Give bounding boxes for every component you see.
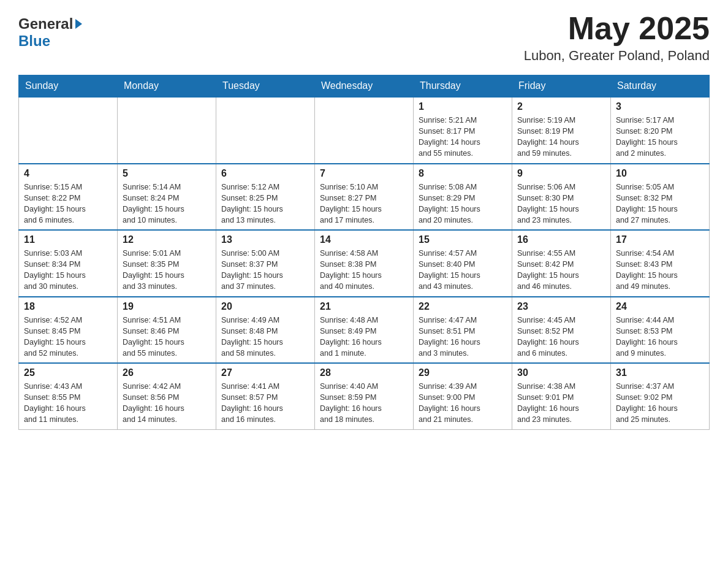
day-info: Sunrise: 4:52 AM Sunset: 8:45 PM Dayligh… — [24, 315, 112, 359]
col-tuesday: Tuesday — [216, 75, 315, 98]
logo-general-text: General — [18, 15, 73, 33]
day-info: Sunrise: 4:41 AM Sunset: 8:57 PM Dayligh… — [221, 381, 309, 426]
day-info: Sunrise: 5:05 AM Sunset: 8:32 PM Dayligh… — [616, 182, 704, 226]
day-info: Sunrise: 5:00 AM Sunset: 8:37 PM Dayligh… — [221, 248, 309, 293]
day-info: Sunrise: 5:17 AM Sunset: 8:20 PM Dayligh… — [616, 115, 704, 159]
table-row: 20Sunrise: 4:49 AM Sunset: 8:48 PM Dayli… — [216, 297, 315, 364]
day-number: 29 — [419, 367, 507, 378]
table-row: 2Sunrise: 5:19 AM Sunset: 8:19 PM Daylig… — [512, 97, 611, 164]
calendar-table: Sunday Monday Tuesday Wednesday Thursday… — [18, 75, 710, 430]
week-row-1: 1Sunrise: 5:21 AM Sunset: 8:17 PM Daylig… — [19, 97, 710, 164]
day-info: Sunrise: 4:48 AM Sunset: 8:49 PM Dayligh… — [320, 315, 408, 359]
day-info: Sunrise: 5:03 AM Sunset: 8:34 PM Dayligh… — [24, 248, 112, 293]
day-number: 12 — [123, 234, 211, 245]
day-number: 1 — [419, 101, 507, 112]
day-number: 20 — [221, 301, 309, 312]
day-number: 5 — [123, 168, 211, 179]
table-row: 4Sunrise: 5:15 AM Sunset: 8:22 PM Daylig… — [19, 164, 118, 231]
table-row: 15Sunrise: 4:57 AM Sunset: 8:40 PM Dayli… — [414, 230, 512, 297]
col-monday: Monday — [118, 75, 216, 98]
logo: General Blue — [18, 12, 82, 50]
day-info: Sunrise: 5:12 AM Sunset: 8:25 PM Dayligh… — [221, 182, 309, 226]
table-row: 25Sunrise: 4:43 AM Sunset: 8:55 PM Dayli… — [19, 363, 118, 429]
table-row: 11Sunrise: 5:03 AM Sunset: 8:34 PM Dayli… — [19, 230, 118, 297]
table-row: 5Sunrise: 5:14 AM Sunset: 8:24 PM Daylig… — [118, 164, 216, 231]
table-row: 6Sunrise: 5:12 AM Sunset: 8:25 PM Daylig… — [216, 164, 315, 231]
day-number: 23 — [517, 301, 605, 312]
day-info: Sunrise: 4:45 AM Sunset: 8:52 PM Dayligh… — [517, 315, 605, 359]
day-number: 2 — [517, 101, 605, 112]
day-number: 8 — [419, 168, 507, 179]
logo-blue-text: Blue — [18, 33, 50, 50]
day-info: Sunrise: 4:55 AM Sunset: 8:42 PM Dayligh… — [517, 248, 605, 293]
week-row-3: 11Sunrise: 5:03 AM Sunset: 8:34 PM Dayli… — [19, 230, 710, 297]
day-number: 3 — [616, 101, 704, 112]
day-number: 10 — [616, 168, 704, 179]
day-info: Sunrise: 5:06 AM Sunset: 8:30 PM Dayligh… — [517, 182, 605, 226]
table-row: 21Sunrise: 4:48 AM Sunset: 8:49 PM Dayli… — [315, 297, 414, 364]
logo-arrow-icon — [75, 19, 82, 29]
day-number: 19 — [123, 301, 211, 312]
day-number: 26 — [123, 367, 211, 378]
table-row — [118, 97, 216, 164]
table-row: 22Sunrise: 4:47 AM Sunset: 8:51 PM Dayli… — [414, 297, 512, 364]
day-number: 27 — [221, 367, 309, 378]
table-row — [19, 97, 118, 164]
day-info: Sunrise: 4:39 AM Sunset: 9:00 PM Dayligh… — [419, 381, 507, 426]
table-row: 26Sunrise: 4:42 AM Sunset: 8:56 PM Dayli… — [118, 363, 216, 429]
col-wednesday: Wednesday — [315, 75, 414, 98]
day-info: Sunrise: 5:10 AM Sunset: 8:27 PM Dayligh… — [320, 182, 408, 226]
table-row: 28Sunrise: 4:40 AM Sunset: 8:59 PM Dayli… — [315, 363, 414, 429]
table-row: 18Sunrise: 4:52 AM Sunset: 8:45 PM Dayli… — [19, 297, 118, 364]
day-number: 9 — [517, 168, 605, 179]
day-number: 11 — [24, 234, 112, 245]
day-number: 6 — [221, 168, 309, 179]
table-row: 19Sunrise: 4:51 AM Sunset: 8:46 PM Dayli… — [118, 297, 216, 364]
day-number: 24 — [616, 301, 704, 312]
table-row: 12Sunrise: 5:01 AM Sunset: 8:35 PM Dayli… — [118, 230, 216, 297]
col-thursday: Thursday — [414, 75, 512, 98]
table-row: 31Sunrise: 4:37 AM Sunset: 9:02 PM Dayli… — [611, 363, 710, 429]
day-info: Sunrise: 4:37 AM Sunset: 9:02 PM Dayligh… — [616, 381, 704, 426]
col-friday: Friday — [512, 75, 611, 98]
table-row: 1Sunrise: 5:21 AM Sunset: 8:17 PM Daylig… — [414, 97, 512, 164]
location-subtitle: Lubon, Greater Poland, Poland — [524, 48, 710, 64]
day-number: 22 — [419, 301, 507, 312]
col-saturday: Saturday — [611, 75, 710, 98]
day-number: 16 — [517, 234, 605, 245]
day-info: Sunrise: 5:21 AM Sunset: 8:17 PM Dayligh… — [419, 115, 507, 159]
table-row — [315, 97, 414, 164]
day-info: Sunrise: 4:57 AM Sunset: 8:40 PM Dayligh… — [419, 248, 507, 293]
day-info: Sunrise: 4:42 AM Sunset: 8:56 PM Dayligh… — [123, 381, 211, 426]
day-number: 18 — [24, 301, 112, 312]
week-row-4: 18Sunrise: 4:52 AM Sunset: 8:45 PM Dayli… — [19, 297, 710, 364]
day-number: 4 — [24, 168, 112, 179]
header-row: Sunday Monday Tuesday Wednesday Thursday… — [19, 75, 710, 98]
day-number: 14 — [320, 234, 408, 245]
title-section: May 2025 Lubon, Greater Poland, Poland — [524, 12, 710, 64]
week-row-5: 25Sunrise: 4:43 AM Sunset: 8:55 PM Dayli… — [19, 363, 710, 429]
day-info: Sunrise: 5:01 AM Sunset: 8:35 PM Dayligh… — [123, 248, 211, 293]
week-row-2: 4Sunrise: 5:15 AM Sunset: 8:22 PM Daylig… — [19, 164, 710, 231]
day-number: 28 — [320, 367, 408, 378]
table-row: 7Sunrise: 5:10 AM Sunset: 8:27 PM Daylig… — [315, 164, 414, 231]
table-row: 16Sunrise: 4:55 AM Sunset: 8:42 PM Dayli… — [512, 230, 611, 297]
day-info: Sunrise: 4:43 AM Sunset: 8:55 PM Dayligh… — [24, 381, 112, 426]
table-row: 29Sunrise: 4:39 AM Sunset: 9:00 PM Dayli… — [414, 363, 512, 429]
header: General Blue May 2025 Lubon, Greater Pol… — [18, 12, 710, 64]
day-info: Sunrise: 4:54 AM Sunset: 8:43 PM Dayligh… — [616, 248, 704, 293]
table-row: 14Sunrise: 4:58 AM Sunset: 8:38 PM Dayli… — [315, 230, 414, 297]
table-row: 9Sunrise: 5:06 AM Sunset: 8:30 PM Daylig… — [512, 164, 611, 231]
day-info: Sunrise: 4:51 AM Sunset: 8:46 PM Dayligh… — [123, 315, 211, 359]
table-row: 24Sunrise: 4:44 AM Sunset: 8:53 PM Dayli… — [611, 297, 710, 364]
day-info: Sunrise: 5:08 AM Sunset: 8:29 PM Dayligh… — [419, 182, 507, 226]
table-row: 3Sunrise: 5:17 AM Sunset: 8:20 PM Daylig… — [611, 97, 710, 164]
day-number: 7 — [320, 168, 408, 179]
day-info: Sunrise: 5:15 AM Sunset: 8:22 PM Dayligh… — [24, 182, 112, 226]
day-info: Sunrise: 4:40 AM Sunset: 8:59 PM Dayligh… — [320, 381, 408, 426]
table-row: 17Sunrise: 4:54 AM Sunset: 8:43 PM Dayli… — [611, 230, 710, 297]
day-number: 15 — [419, 234, 507, 245]
day-number: 25 — [24, 367, 112, 378]
day-number: 17 — [616, 234, 704, 245]
day-info: Sunrise: 4:47 AM Sunset: 8:51 PM Dayligh… — [419, 315, 507, 359]
